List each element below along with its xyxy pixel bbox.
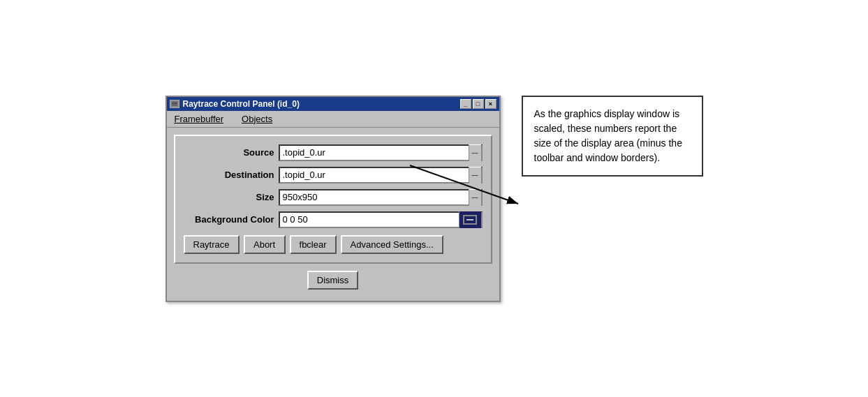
background-color-input[interactable]: 0 0 50 (279, 211, 483, 228)
destination-scroll-btn[interactable]: — (469, 167, 481, 183)
window-body: Source .topid_0.ur — Destination .topid_… (167, 128, 499, 301)
background-color-button[interactable] (459, 211, 481, 228)
source-row: Source .topid_0.ur — (184, 144, 483, 161)
annotation-text: As the graphics display window is scaled… (534, 108, 682, 163)
background-color-label: Background Color (184, 214, 274, 225)
destination-value: .topid_0.ur (283, 170, 469, 180)
inner-panel: Source .topid_0.ur — Destination .topid_… (174, 135, 492, 264)
raytrace-window: Raytrace Control Panel (id_0) _ □ × Fram… (165, 96, 501, 302)
size-input[interactable]: 950x950 — (279, 189, 483, 206)
source-input[interactable]: .topid_0.ur — (279, 144, 483, 161)
source-label: Source (184, 147, 274, 158)
framebuffer-menu[interactable]: Framebuffer (172, 113, 226, 125)
page-container: Raytrace Control Panel (id_0) _ □ × Fram… (152, 82, 717, 316)
size-label: Size (184, 192, 274, 202)
size-value: 950x950 (283, 192, 469, 202)
source-scroll-btn[interactable]: — (469, 144, 481, 161)
background-color-value: 0 0 50 (283, 214, 459, 225)
background-color-button-inner (463, 215, 477, 225)
dismiss-row: Dismiss (174, 271, 492, 294)
size-row: Size 950x950 — (184, 189, 483, 206)
action-buttons-row: Raytrace Abort fbclear Advanced Settings… (184, 235, 483, 254)
source-value: .topid_0.ur (283, 147, 469, 158)
abort-button[interactable]: Abort (244, 235, 286, 254)
close-button[interactable]: × (485, 99, 496, 109)
title-bar-left: Raytrace Control Panel (id_0) (170, 99, 300, 109)
window-menu-icon[interactable] (170, 100, 179, 108)
background-color-dash-icon (466, 219, 473, 220)
title-bar-controls: _ □ × (460, 99, 496, 109)
window-title: Raytrace Control Panel (id_0) (183, 99, 300, 109)
raytrace-button[interactable]: Raytrace (184, 235, 240, 254)
advanced-settings-button[interactable]: Advanced Settings... (341, 235, 443, 254)
destination-input[interactable]: .topid_0.ur — (279, 167, 483, 183)
minimize-button[interactable]: _ (460, 99, 471, 109)
fbclear-button[interactable]: fbclear (290, 235, 337, 254)
title-bar: Raytrace Control Panel (id_0) _ □ × (167, 97, 499, 111)
objects-menu[interactable]: Objects (240, 113, 274, 125)
annotation-box: As the graphics display window is scaled… (522, 96, 703, 177)
menu-bar: Framebuffer Objects (167, 111, 499, 128)
destination-label: Destination (184, 170, 274, 180)
background-color-row: Background Color 0 0 50 (184, 211, 483, 228)
destination-row: Destination .topid_0.ur — (184, 167, 483, 183)
dismiss-button[interactable]: Dismiss (307, 271, 359, 290)
maximize-button[interactable]: □ (473, 99, 484, 109)
size-scroll-btn[interactable]: — (469, 189, 481, 206)
